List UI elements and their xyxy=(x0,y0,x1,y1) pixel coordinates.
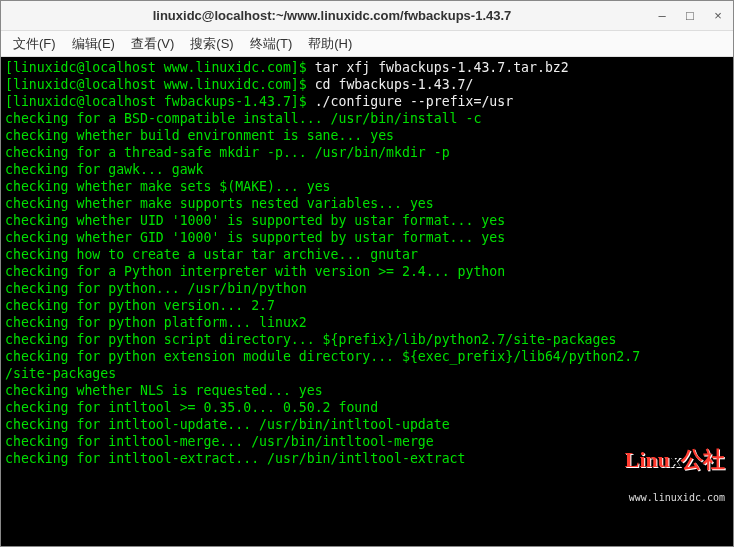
close-icon[interactable]: × xyxy=(711,9,725,23)
window-controls: – □ × xyxy=(655,9,725,23)
output-line: checking whether make supports nested va… xyxy=(5,196,434,211)
menu-terminal[interactable]: 终端(T) xyxy=(242,33,301,55)
output-line: checking for gawk... gawk xyxy=(5,162,204,177)
output-line: checking for python... /usr/bin/python xyxy=(5,281,307,296)
prompt-1: [linuxidc@localhost www.linuxidc.com]$ xyxy=(5,60,315,75)
output-line: checking for intltool >= 0.35.0... 0.50.… xyxy=(5,400,378,415)
menu-edit[interactable]: 编辑(E) xyxy=(64,33,123,55)
menu-search[interactable]: 搜索(S) xyxy=(182,33,241,55)
penguin-icon xyxy=(697,421,721,449)
cmd-2: cd fwbackups-1.43.7/ xyxy=(315,77,474,92)
output-line: checking for intltool-update... /usr/bin… xyxy=(5,417,450,432)
output-line: checking how to create a ustar tar archi… xyxy=(5,247,418,262)
output-line: checking for a Python interpreter with v… xyxy=(5,264,505,279)
window-title: linuxidc@localhost:~/www.linuxidc.com/fw… xyxy=(9,8,655,23)
output-line: checking for intltool-merge... /usr/bin/… xyxy=(5,434,434,449)
output-line: checking for python platform... linux2 xyxy=(5,315,307,330)
output-line: checking for python extension module dir… xyxy=(5,349,640,364)
output-line: checking whether GID '1000' is supported… xyxy=(5,230,505,245)
output-line: /site-packages xyxy=(5,366,116,381)
menubar: 文件(F) 编辑(E) 查看(V) 搜索(S) 终端(T) 帮助(H) xyxy=(1,31,733,57)
output-line: checking whether NLS is requested... yes xyxy=(5,383,323,398)
output-line: checking whether UID '1000' is supported… xyxy=(5,213,505,228)
output-line: checking for a thread-safe mkdir -p... /… xyxy=(5,145,450,160)
output-line: checking for intltool-extract... /usr/bi… xyxy=(5,451,466,466)
prompt-2: [linuxidc@localhost www.linuxidc.com]$ xyxy=(5,77,315,92)
maximize-icon[interactable]: □ xyxy=(683,9,697,23)
titlebar[interactable]: linuxidc@localhost:~/www.linuxidc.com/fw… xyxy=(1,1,733,31)
minimize-icon[interactable]: – xyxy=(655,9,669,23)
output-line: checking for python script directory... … xyxy=(5,332,616,347)
cmd-1: tar xfj fwbackups-1.43.7.tar.bz2 xyxy=(315,60,569,75)
output-line: checking for python version... 2.7 xyxy=(5,298,275,313)
prompt-3: [linuxidc@localhost fwbackups-1.43.7]$ xyxy=(5,94,315,109)
menu-help[interactable]: 帮助(H) xyxy=(300,33,360,55)
output-line: checking whether make sets $(MAKE)... ye… xyxy=(5,179,331,194)
menu-view[interactable]: 查看(V) xyxy=(123,33,182,55)
cmd-3: ./configure --prefix=/usr xyxy=(315,94,514,109)
watermark: Linux公社 www.linuxidc.com xyxy=(577,404,725,540)
menu-file[interactable]: 文件(F) xyxy=(5,33,64,55)
output-line: checking for a BSD-compatible install...… xyxy=(5,111,481,126)
terminal-body[interactable]: [linuxidc@localhost www.linuxidc.com]$ t… xyxy=(1,57,733,546)
brand-url: www.linuxidc.com xyxy=(577,489,725,506)
brand-name: Linux公社 xyxy=(625,447,725,472)
terminal-window: linuxidc@localhost:~/www.linuxidc.com/fw… xyxy=(0,0,734,547)
output-line: checking whether build environment is sa… xyxy=(5,128,394,143)
